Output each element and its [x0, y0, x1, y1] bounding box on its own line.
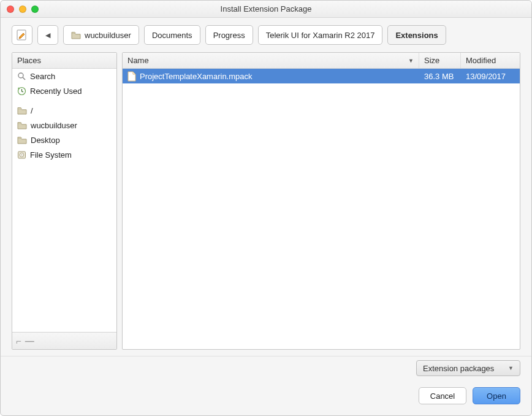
recent-icon [17, 87, 26, 96]
breadcrumb-label: Extensions [395, 31, 438, 40]
file-name: ProjectTemplateXamarin.mpack [140, 72, 253, 81]
content-area: Places Search Recently Used [1, 52, 531, 356]
breadcrumb-documents[interactable]: Documents [144, 25, 200, 45]
search-icon [17, 72, 26, 81]
svg-line-2 [23, 77, 25, 80]
chevron-down-icon: ▼ [508, 365, 514, 371]
sidebar-item-home[interactable]: wucbuilduser [12, 118, 116, 133]
places-sidebar: Places Search Recently Used [12, 52, 117, 350]
add-bookmark-button[interactable]: ⌐ [16, 336, 21, 346]
file-modified: 13/09/2017 [466, 72, 506, 81]
breadcrumb-label: wucbuilduser [85, 31, 131, 40]
titlebar: Install Extension Package [1, 1, 531, 18]
sidebar-body: Search Recently Used / [12, 69, 116, 332]
button-label: Cancel [430, 391, 455, 401]
toolbar: ◀ wucbuilduser Documents Progress Teleri… [1, 18, 531, 52]
svg-point-6 [21, 154, 23, 155]
file-type-filter[interactable]: Extension packages ▼ [416, 360, 520, 376]
filter-row: Extension packages ▼ [12, 360, 520, 376]
breadcrumb-progress[interactable]: Progress [205, 25, 253, 45]
sidebar-item-filesystem[interactable]: File System [12, 147, 116, 162]
breadcrumb-label: Telerik UI for Xamarin R2 2017 [266, 31, 375, 40]
svg-point-1 [18, 73, 23, 78]
pencil-icon [16, 29, 28, 41]
sidebar-item-label: Search [30, 72, 55, 81]
sidebar-item-label: File System [30, 150, 72, 160]
sidebar-item-label: wucbuilduser [31, 121, 77, 130]
window-title: Install Extension Package [1, 4, 531, 13]
dialog-actions: Cancel Open [12, 387, 520, 404]
bottom-area: Extension packages ▼ Cancel Open [1, 356, 531, 415]
column-label: Size [424, 56, 439, 65]
sidebar-item-label: / [31, 106, 33, 115]
open-button[interactable]: Open [473, 387, 520, 404]
file-size: 36.3 MB [424, 72, 454, 81]
edit-path-button[interactable] [12, 25, 32, 45]
folder-icon [17, 107, 27, 115]
file-icon [127, 71, 136, 82]
column-headers: Name ▼ Size Modified [123, 53, 520, 69]
breadcrumb-label: Documents [152, 31, 192, 40]
button-label: Open [487, 391, 506, 401]
table-row[interactable]: ProjectTemplateXamarin.mpack 36.3 MB 13/… [123, 69, 520, 83]
breadcrumb-label: Progress [213, 31, 245, 40]
sidebar-item-desktop[interactable]: Desktop [12, 133, 116, 147]
sidebar-header: Places [12, 53, 116, 69]
sidebar-item-recent[interactable]: Recently Used [12, 83, 116, 98]
breadcrumb-telerik[interactable]: Telerik UI for Xamarin R2 2017 [258, 25, 383, 45]
breadcrumb-back-button[interactable]: ◀ [37, 25, 58, 45]
column-label: Name [127, 56, 149, 65]
sidebar-separator [12, 98, 116, 103]
folder-icon [17, 136, 27, 144]
column-header-size[interactable]: Size [419, 53, 461, 68]
cancel-button[interactable]: Cancel [419, 387, 466, 404]
file-list: Name ▼ Size Modified ProjectTemplateXa [122, 52, 520, 350]
filter-selected-label: Extension packages [423, 364, 494, 373]
breadcrumb-wucbuilduser[interactable]: wucbuilduser [63, 25, 139, 45]
folder-icon [17, 121, 27, 129]
sidebar-footer: ⌐ — [12, 332, 116, 349]
column-label: Modified [466, 56, 496, 65]
chevron-left-icon: ◀ [45, 31, 50, 39]
sidebar-item-label: Desktop [31, 136, 60, 145]
sidebar-item-label: Recently Used [30, 87, 82, 96]
sort-desc-icon: ▼ [408, 58, 414, 64]
remove-bookmark-button[interactable]: — [25, 336, 34, 346]
dialog-window: Install Extension Package ◀ wucbui [0, 0, 532, 416]
sidebar-item-root[interactable]: / [12, 103, 116, 118]
folder-icon [71, 31, 81, 39]
sidebar-item-search[interactable]: Search [12, 69, 116, 83]
column-header-name[interactable]: Name ▼ [123, 53, 419, 68]
breadcrumb-extensions[interactable]: Extensions [387, 25, 446, 45]
column-header-modified[interactable]: Modified [461, 53, 520, 68]
file-rows: ProjectTemplateXamarin.mpack 36.3 MB 13/… [123, 69, 520, 349]
disk-icon [17, 150, 26, 160]
